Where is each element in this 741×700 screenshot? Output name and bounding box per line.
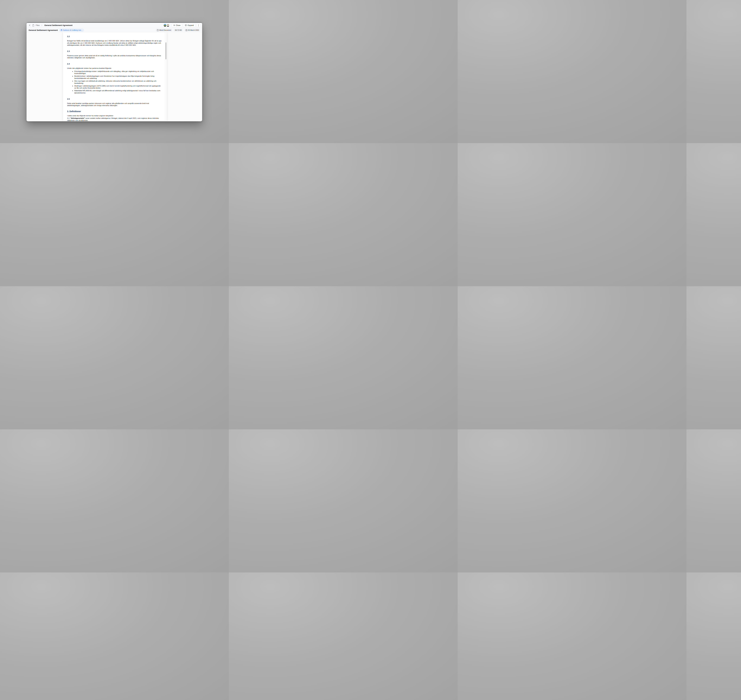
back-chevron-icon bbox=[29, 24, 31, 26]
file-size-badge: 39.72 KB bbox=[173, 29, 183, 32]
preview-content-area: 2.2 Bolaget har hittills ett beräknat to… bbox=[26, 32, 202, 121]
document-body: 2.2 Bolaget har hittills ett beräknat to… bbox=[67, 32, 162, 121]
breadcrumb-current-title: General Settlement Agreement bbox=[44, 24, 72, 26]
kebab-menu-icon bbox=[198, 24, 199, 26]
section-heading: 2.4 bbox=[67, 63, 162, 65]
case-chip[interactable]: Karlsson & Lindberg mot… bbox=[59, 29, 84, 32]
breadcrumb: Files General Settlement Agreement bbox=[29, 24, 72, 26]
document-page: 2.2 Bolaget har hittills ett beräknat to… bbox=[63, 32, 167, 121]
section-heading: 2.3 bbox=[67, 50, 162, 53]
section-paragraph: Parterna avser genom detta avtal att nå … bbox=[67, 54, 162, 59]
file-preview-window: Files General Settlement Agreement Close bbox=[26, 22, 202, 121]
bullet-item: Ändringar i aktiebolagslagen (1975:1385)… bbox=[74, 85, 162, 89]
svg-text:12: 12 bbox=[186, 30, 187, 31]
bullet-item: Rättsfallet RÅ 2000:56, som klargör att … bbox=[74, 90, 162, 94]
file-date-label: 05 March 2026 bbox=[188, 29, 199, 31]
section-heading: 2.5 bbox=[67, 98, 162, 100]
collaborator-avatars bbox=[163, 24, 170, 27]
close-button-label: Close bbox=[176, 24, 180, 26]
expand-arrows-icon bbox=[185, 24, 187, 26]
chevron-right-icon bbox=[41, 25, 43, 26]
avatar[interactable] bbox=[166, 24, 170, 27]
expand-button-label: Expand bbox=[188, 24, 194, 26]
document-title: General Settlement Agreement bbox=[29, 29, 58, 31]
definition-term: ”Aktieägaravtalet” bbox=[70, 117, 85, 119]
section-paragraph: Under den pågående tvisten har parterna … bbox=[67, 67, 162, 69]
bullet-item: Bestämmelser i aktiebolagslagen som före… bbox=[74, 75, 162, 79]
file-meta-badges: Word Document 39.72 KB 12 05 March 2026 bbox=[156, 29, 200, 32]
bullet-item: Den nya lagen om källskatt på utdelning,… bbox=[74, 80, 162, 84]
definition-paragraph: 3.1 ”Aktieägaravtalet” avser avtalet mel… bbox=[67, 117, 162, 121]
section-paragraph: Bolaget har hittills ett beräknat totalt… bbox=[67, 40, 162, 46]
case-chip-label: Karlsson & Lindberg mot… bbox=[63, 29, 82, 31]
top-navigation-bar: Files General Settlement Agreement Close bbox=[26, 23, 202, 28]
close-x-icon bbox=[173, 25, 175, 26]
file-type-label: Word Document bbox=[159, 29, 171, 31]
more-options-button[interactable] bbox=[197, 24, 200, 27]
expand-button[interactable]: Expand bbox=[183, 24, 195, 27]
file-size-label: 39.72 KB bbox=[175, 29, 182, 31]
breadcrumb-files[interactable]: Files bbox=[36, 24, 40, 26]
file-date-badge: 12 05 March 2026 bbox=[184, 29, 200, 32]
calendar-icon: 12 bbox=[186, 29, 187, 31]
definition-number: 3.1 bbox=[67, 117, 70, 119]
vertical-scrollbar[interactable] bbox=[165, 32, 167, 121]
section-heading: 2.2 bbox=[67, 35, 162, 38]
close-button[interactable]: Close bbox=[172, 24, 182, 27]
file-type-badge: Word Document bbox=[156, 29, 172, 32]
bullet-list: Förmögenhetsrättsliga tvister i skiljefö… bbox=[67, 70, 162, 94]
bullet-item: Förmögenhetsrättsliga tvister i skiljefö… bbox=[74, 70, 162, 75]
document-file-icon bbox=[157, 29, 158, 31]
file-icon bbox=[32, 24, 34, 26]
section-paragraph: Detta avtal beaktar samtliga parters int… bbox=[67, 102, 162, 107]
back-button[interactable] bbox=[29, 24, 31, 26]
briefcase-icon bbox=[61, 29, 62, 31]
chapter-heading: 3. Definitioner bbox=[67, 110, 162, 113]
section-paragraph: I detta avtal ska följande termer ha ned… bbox=[67, 115, 162, 117]
scrollbar-thumb[interactable] bbox=[165, 43, 166, 59]
topbar-actions: Close Expand bbox=[163, 24, 200, 27]
document-header-bar: General Settlement Agreement Karlsson & … bbox=[26, 28, 202, 32]
